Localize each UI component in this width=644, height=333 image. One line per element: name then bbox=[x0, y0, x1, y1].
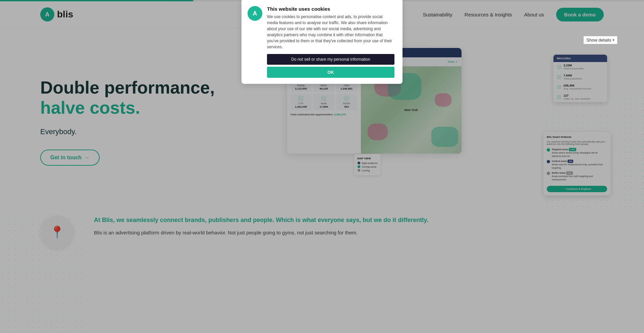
show-details-row[interactable]: Show details ▾ bbox=[584, 36, 617, 44]
chevron-down-icon: ▾ bbox=[612, 38, 614, 42]
show-details-label: Show details bbox=[586, 38, 611, 43]
cookie-body: We use cookies to personalise content an… bbox=[267, 14, 394, 50]
cookie-banner: A This website uses cookies We use cooki… bbox=[241, 0, 402, 84]
cookie-logo-icon: A bbox=[248, 6, 262, 21]
ok-button[interactable]: OK bbox=[267, 67, 394, 78]
do-not-sell-button[interactable]: Do not sell or share my personal informa… bbox=[267, 54, 394, 65]
cookie-content: This website uses cookies We use cookies… bbox=[267, 6, 394, 78]
cookie-title: This website uses cookies bbox=[267, 6, 394, 12]
